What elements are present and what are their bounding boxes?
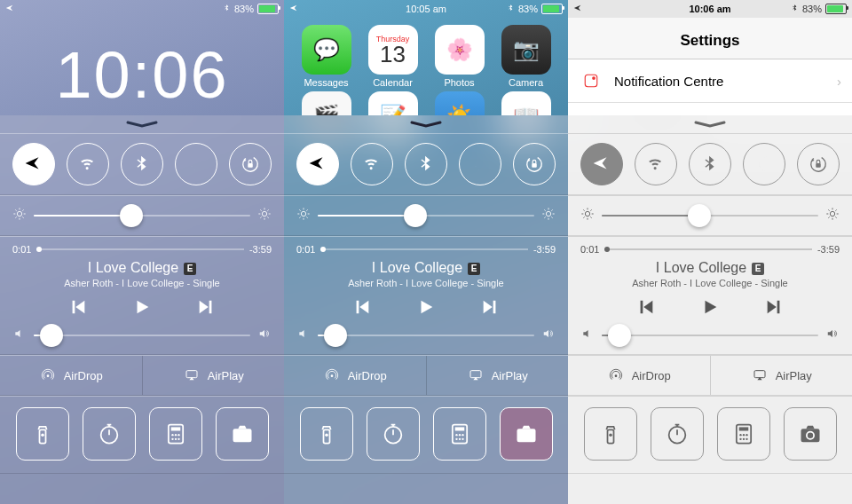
airplay-button[interactable]: AirPlay bbox=[427, 356, 569, 395]
airdrop-button[interactable]: AirDrop bbox=[568, 356, 711, 395]
toggle-dnd[interactable] bbox=[459, 143, 501, 185]
brightness-low-icon bbox=[580, 207, 595, 224]
brightness-slider[interactable] bbox=[602, 215, 818, 217]
camera-button[interactable] bbox=[500, 407, 553, 461]
status-bar: 10:06 am 83% bbox=[568, 0, 852, 18]
brightness-low-icon bbox=[12, 207, 27, 224]
airplane-mode-icon bbox=[5, 4, 15, 15]
volume-high-icon bbox=[541, 327, 556, 343]
panel-lockscreen: 83% 10:06 0:01 -3:59 I Love CollegeE As bbox=[0, 0, 284, 504]
torch-button[interactable] bbox=[16, 407, 69, 461]
battery-label: 83% bbox=[234, 4, 254, 14]
toggle-wifi[interactable] bbox=[67, 143, 109, 185]
brightness-slider[interactable] bbox=[34, 215, 250, 217]
toggle-rotation-lock[interactable] bbox=[797, 143, 840, 185]
prev-button[interactable] bbox=[635, 297, 658, 320]
explicit-badge: E bbox=[184, 263, 196, 275]
settings-row-notification-centre[interactable]: Notification Centre › bbox=[568, 59, 852, 103]
scrubber[interactable]: 0:01-3:59 bbox=[296, 244, 556, 255]
airplay-button[interactable]: AirPlay bbox=[711, 356, 853, 395]
brightness-row bbox=[0, 195, 284, 236]
toggle-rotation-lock[interactable] bbox=[229, 143, 272, 185]
next-button[interactable] bbox=[762, 297, 785, 320]
battery-icon bbox=[257, 4, 279, 14]
brightness-high-icon bbox=[541, 207, 556, 224]
toggle-wifi[interactable] bbox=[635, 143, 677, 185]
torch-button[interactable] bbox=[300, 407, 353, 461]
bluetooth-icon bbox=[223, 3, 231, 15]
toggle-bluetooth[interactable] bbox=[405, 143, 447, 185]
play-button[interactable] bbox=[698, 297, 722, 320]
media-block: 0:01 -3:59 I Love CollegeE Asher Roth - … bbox=[0, 236, 284, 355]
scrubber[interactable]: 0:01 -3:59 bbox=[12, 244, 272, 255]
timer-button[interactable] bbox=[651, 407, 704, 461]
toggle-airplane[interactable] bbox=[12, 143, 55, 185]
torch-button[interactable] bbox=[584, 407, 637, 461]
airplay-button[interactable]: AirPlay bbox=[143, 356, 285, 395]
brightness-slider[interactable] bbox=[318, 215, 534, 217]
volume-high-icon bbox=[825, 327, 840, 343]
air-row: AirDrop AirPlay bbox=[0, 355, 284, 396]
prev-button[interactable] bbox=[67, 297, 90, 320]
play-button[interactable] bbox=[130, 297, 154, 320]
volume-low-icon bbox=[296, 327, 311, 343]
toggle-dnd[interactable] bbox=[743, 143, 785, 185]
app-photos[interactable]: 🌸Photos bbox=[433, 25, 486, 88]
control-centre: 0:01-3:59 I Love CollegeE Asher Roth - I… bbox=[568, 115, 852, 504]
brightness-low-icon bbox=[296, 207, 311, 224]
camera-button[interactable] bbox=[216, 407, 269, 461]
timer-button[interactable] bbox=[83, 407, 136, 461]
calculator-button[interactable] bbox=[433, 407, 486, 461]
calculator-button[interactable] bbox=[149, 407, 202, 461]
status-bar: 10:05 am 83% bbox=[284, 0, 568, 18]
toggle-bluetooth[interactable] bbox=[121, 143, 163, 185]
volume-slider[interactable] bbox=[34, 335, 250, 336]
timer-button[interactable] bbox=[367, 407, 420, 461]
next-button[interactable] bbox=[194, 297, 217, 320]
volume-slider[interactable] bbox=[602, 335, 818, 336]
app-camera[interactable]: 📷Camera bbox=[500, 25, 553, 88]
camera-button[interactable] bbox=[784, 407, 837, 461]
scrubber[interactable]: 0:01-3:59 bbox=[580, 244, 840, 255]
toggle-dnd[interactable] bbox=[175, 143, 217, 185]
control-centre: 0:01-3:59 I Love CollegeE Asher Roth - I… bbox=[284, 115, 568, 504]
time-remaining: -3:59 bbox=[249, 244, 272, 255]
toggle-wifi[interactable] bbox=[351, 143, 393, 185]
grabber-handle[interactable] bbox=[694, 121, 726, 126]
volume-high-icon bbox=[257, 327, 272, 343]
toggle-airplane[interactable] bbox=[296, 143, 339, 185]
quick-row bbox=[0, 396, 284, 474]
app-calendar[interactable]: Thursday13Calendar bbox=[367, 25, 420, 88]
control-centre: 0:01 -3:59 I Love CollegeE Asher Roth - … bbox=[0, 115, 284, 504]
toggle-rotation-lock[interactable] bbox=[513, 143, 556, 185]
grabber-handle[interactable] bbox=[126, 121, 158, 126]
brightness-high-icon bbox=[257, 207, 272, 224]
next-button[interactable] bbox=[478, 297, 501, 320]
battery-icon bbox=[541, 4, 563, 14]
toggle-row bbox=[0, 133, 284, 195]
song-subtitle: Asher Roth - I Love College - Single bbox=[12, 278, 272, 288]
time-elapsed: 0:01 bbox=[12, 244, 31, 255]
volume-slider[interactable] bbox=[318, 335, 534, 336]
play-button[interactable] bbox=[414, 297, 438, 320]
song-title: I Love CollegeE bbox=[88, 260, 196, 276]
airdrop-button[interactable]: AirDrop bbox=[284, 356, 427, 395]
panel-homescreen: 10:05 am 83% 💬Messages Thursday13Calenda… bbox=[284, 0, 568, 504]
status-time: 10:06 am bbox=[568, 4, 852, 14]
chevron-right-icon: › bbox=[837, 74, 841, 89]
toggle-bluetooth[interactable] bbox=[689, 143, 731, 185]
airdrop-button[interactable]: AirDrop bbox=[0, 356, 143, 395]
battery-icon bbox=[825, 4, 847, 14]
toggle-airplane[interactable] bbox=[580, 143, 623, 185]
brightness-high-icon bbox=[825, 207, 840, 224]
status-bar: 83% bbox=[0, 0, 284, 18]
volume-low-icon bbox=[580, 327, 595, 343]
volume-low-icon bbox=[12, 327, 27, 343]
calculator-button[interactable] bbox=[717, 407, 770, 461]
prev-button[interactable] bbox=[351, 297, 374, 320]
status-time: 10:05 am bbox=[284, 4, 568, 14]
app-messages[interactable]: 💬Messages bbox=[300, 25, 353, 88]
grabber-handle[interactable] bbox=[410, 121, 442, 126]
panel-settings: 10:06 am 83% Settings Notification Centr… bbox=[568, 0, 852, 504]
settings-title: Settings bbox=[568, 18, 852, 59]
